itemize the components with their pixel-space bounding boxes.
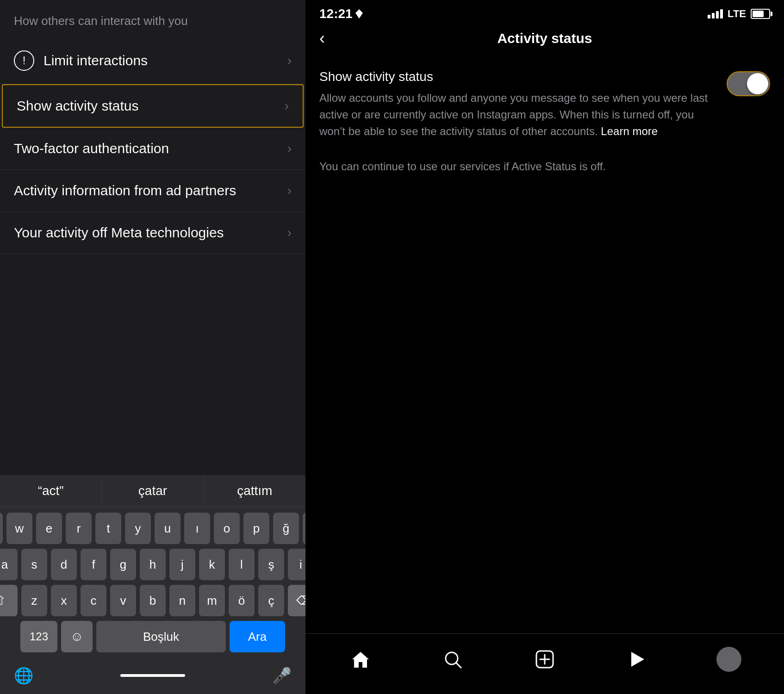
autocomplete-item-2[interactable]: çattım bbox=[204, 475, 305, 507]
key-p[interactable]: p bbox=[243, 513, 269, 544]
keyboard-area: “act” çatar çattım q w e r t y u ı o p ğ… bbox=[0, 475, 305, 694]
right-panel: 12:21 LTE ‹ Activity status Show ac bbox=[305, 0, 784, 694]
limit-interactions-label: Limit interactions bbox=[44, 53, 148, 68]
toggle-knob bbox=[747, 73, 768, 94]
chevron-right-icon: › bbox=[287, 141, 292, 156]
menu-item-left: ! Limit interactions bbox=[14, 50, 148, 71]
ad-partners-label: Activity information from ad partners bbox=[14, 183, 236, 198]
key-row-3: ⇧ z x c v b n m ö ç ⌫ bbox=[4, 585, 302, 616]
key-g[interactable]: g bbox=[110, 549, 136, 580]
home-nav-icon[interactable] bbox=[344, 643, 377, 675]
battery-icon bbox=[751, 9, 770, 19]
globe-icon[interactable]: 🌐 bbox=[14, 666, 33, 685]
shift-key[interactable]: ⇧ bbox=[0, 585, 18, 616]
menu-item-left: Show activity status bbox=[17, 98, 138, 114]
bottom-nav bbox=[305, 633, 784, 694]
signal-bars-icon bbox=[708, 9, 723, 19]
key-row-1: q w e r t y u ı o p ğ ü bbox=[4, 513, 302, 544]
svg-marker-0 bbox=[355, 9, 363, 19]
menu-item-two-factor[interactable]: Two-factor authentication › bbox=[0, 128, 305, 170]
search-nav-icon[interactable] bbox=[436, 643, 469, 675]
meta-technologies-label: Your activity off Meta technologies bbox=[14, 225, 224, 241]
key-i[interactable]: i bbox=[288, 549, 305, 580]
show-activity-status-label: Show activity status bbox=[17, 98, 138, 114]
key-y[interactable]: y bbox=[125, 513, 151, 544]
key-j[interactable]: j bbox=[169, 549, 195, 580]
menu-item-meta-technologies[interactable]: Your activity off Meta technologies › bbox=[0, 212, 305, 254]
key-o-umlaut[interactable]: ö bbox=[229, 585, 255, 616]
key-m[interactable]: m bbox=[199, 585, 225, 616]
key-123[interactable]: 123 bbox=[20, 621, 57, 652]
key-x[interactable]: x bbox=[51, 585, 77, 616]
setting-info: Show activity status Allow accounts you … bbox=[319, 69, 717, 140]
key-d[interactable]: d bbox=[51, 549, 77, 580]
home-indicator bbox=[120, 674, 185, 677]
back-button[interactable]: ‹ bbox=[319, 29, 325, 48]
key-v[interactable]: v bbox=[110, 585, 136, 616]
key-u[interactable]: u bbox=[155, 513, 180, 544]
key-r[interactable]: r bbox=[66, 513, 92, 544]
nav-title: Activity status bbox=[497, 31, 592, 46]
svg-marker-6 bbox=[631, 652, 644, 667]
setting-row: Show activity status Allow accounts you … bbox=[319, 69, 770, 140]
key-g-breve[interactable]: ğ bbox=[273, 513, 299, 544]
status-time: 12:21 bbox=[319, 6, 363, 21]
extra-text: You can continue to use our services if … bbox=[319, 158, 770, 175]
content-area: Show activity status Allow accounts you … bbox=[305, 56, 784, 633]
key-row-bottom: 123 ☺ Boşluk Ara bbox=[4, 621, 302, 652]
menu-item-show-activity-status[interactable]: Show activity status › bbox=[2, 84, 304, 128]
key-space[interactable]: Boşluk bbox=[96, 621, 226, 652]
key-e[interactable]: e bbox=[36, 513, 62, 544]
chevron-right-icon: › bbox=[285, 99, 289, 113]
learn-more-link[interactable]: Learn more bbox=[601, 125, 658, 137]
signal-bar-3 bbox=[716, 11, 719, 19]
key-row-2: a s d f g h j k l ş i bbox=[4, 549, 302, 580]
key-c[interactable]: c bbox=[81, 585, 106, 616]
keyboard-bottom: 🌐 🎤 bbox=[0, 661, 305, 694]
two-factor-label: Two-factor authentication bbox=[14, 141, 169, 156]
status-icons: LTE bbox=[708, 8, 770, 20]
key-b[interactable]: b bbox=[140, 585, 166, 616]
key-z[interactable]: z bbox=[21, 585, 47, 616]
autocomplete-item-1[interactable]: çatar bbox=[102, 475, 204, 507]
autocomplete-bar: “act” çatar çattım bbox=[0, 475, 305, 507]
menu-item-ad-partners[interactable]: Activity information from ad partners › bbox=[0, 170, 305, 212]
location-icon bbox=[355, 9, 363, 19]
reels-nav-icon[interactable] bbox=[621, 643, 653, 675]
key-q[interactable]: q bbox=[0, 513, 3, 544]
backspace-key[interactable]: ⌫ bbox=[288, 585, 305, 616]
keyboard-rows: q w e r t y u ı o p ğ ü a s d f g h bbox=[0, 507, 305, 661]
lte-label: LTE bbox=[728, 8, 746, 20]
key-s-cedilla[interactable]: ş bbox=[258, 549, 284, 580]
menu-item-limit-interactions[interactable]: ! Limit interactions › bbox=[0, 37, 305, 84]
microphone-icon[interactable]: 🎤 bbox=[272, 666, 292, 685]
add-nav-icon[interactable] bbox=[529, 643, 561, 675]
battery-fill bbox=[753, 11, 764, 17]
key-search[interactable]: Ara bbox=[230, 621, 285, 652]
limit-interactions-icon: ! bbox=[14, 50, 34, 71]
key-a[interactable]: a bbox=[0, 549, 18, 580]
autocomplete-item-0[interactable]: “act” bbox=[0, 475, 102, 507]
key-k[interactable]: k bbox=[199, 549, 225, 580]
key-dotless-i[interactable]: ı bbox=[184, 513, 210, 544]
key-l[interactable]: l bbox=[229, 549, 255, 580]
menu-item-left: Activity information from ad partners bbox=[14, 183, 236, 198]
key-w[interactable]: w bbox=[6, 513, 32, 544]
profile-nav-icon[interactable] bbox=[713, 643, 745, 675]
key-emoji[interactable]: ☺ bbox=[61, 621, 93, 652]
toggle-container bbox=[727, 71, 770, 96]
section-header: How others can interact with you bbox=[0, 0, 305, 37]
signal-bar-1 bbox=[708, 15, 710, 19]
status-bar: 12:21 LTE bbox=[305, 0, 784, 26]
key-s[interactable]: s bbox=[21, 549, 47, 580]
activity-status-toggle[interactable] bbox=[727, 71, 770, 96]
chevron-right-icon: › bbox=[287, 53, 292, 68]
key-t[interactable]: t bbox=[95, 513, 121, 544]
key-f[interactable]: f bbox=[81, 549, 106, 580]
key-h[interactable]: h bbox=[140, 549, 166, 580]
key-o[interactable]: o bbox=[214, 513, 240, 544]
chevron-right-icon: › bbox=[287, 225, 292, 240]
signal-bar-4 bbox=[720, 9, 723, 19]
key-c-cedilla[interactable]: ç bbox=[258, 585, 284, 616]
key-n[interactable]: n bbox=[169, 585, 195, 616]
